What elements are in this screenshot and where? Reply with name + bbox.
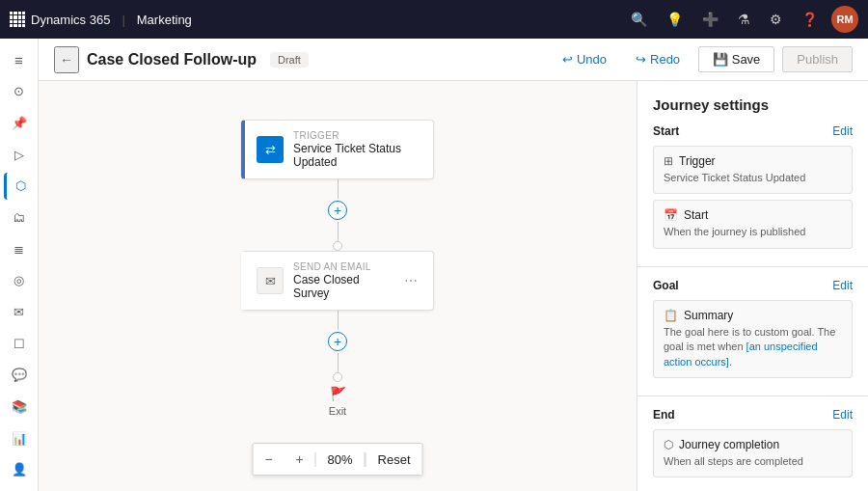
journey-settings-panel: Journey settings Start Edit ⊞ Trigger Se… [637,81,868,491]
publish-button[interactable]: Publish [782,46,853,72]
trigger-card-title: Trigger [679,154,716,168]
search-icon[interactable]: 🔍 [625,8,653,31]
save-icon: 💾 [713,52,732,67]
lightbulb-icon[interactable]: 💡 [661,8,689,31]
sidebar-item-recent[interactable]: ⊙ [4,78,35,106]
email-node[interactable]: ✉ Send an email Case Closed Survey ⋯ [241,251,434,311]
secondary-header: ← Case Closed Follow-up Draft ↩ Undo ↪ R… [39,39,868,81]
start-card-icon: 📅 [664,208,678,222]
trigger-node-label: Trigger [293,130,421,141]
start-edit-link[interactable]: Edit [832,124,853,138]
dynamics-label: Dynamics 365 [31,13,110,27]
zoom-in-button[interactable]: + [285,444,315,475]
trigger-card[interactable]: ⊞ Trigger Service Ticket Status Updated [653,146,853,194]
start-label: Start [653,124,679,138]
trigger-node-icon: ⇄ [257,136,284,163]
goal-section-header: Goal Edit [653,279,853,292]
summary-card-row: 📋 Summary [664,309,842,322]
completion-card-row: ⬡ Journey completion [664,438,842,451]
sidebar-item-contacts[interactable]: 👤 [4,455,35,483]
connector-2: + [328,311,347,382]
connector-circle-2 [333,372,342,382]
start-card[interactable]: 📅 Start When the journey is published [653,200,853,248]
zoom-out-button[interactable]: − [254,444,285,475]
email-node-more-button[interactable]: ⋯ [400,271,421,290]
exit-icon: 🚩 [330,386,346,401]
completion-card[interactable]: ⬡ Journey completion When all steps are … [653,429,853,477]
start-card-row: 📅 Start [664,208,842,222]
connector-line-2 [338,222,339,241]
topbar: Dynamics 365 | Marketing 🔍 💡 ➕ ⚗ ⚙ ❓ RM [0,0,868,39]
divider-1 [637,266,868,267]
save-label: Save [732,52,761,67]
redo-label: Redo [650,52,680,67]
email-node-content: Send an email Case Closed Survey [293,261,391,300]
sidebar-item-analytics[interactable]: 📊 [4,424,35,452]
app-logo[interactable]: Dynamics 365 [10,12,110,27]
filter-icon[interactable]: ⚗ [732,8,756,31]
summary-card-title: Summary [684,309,733,322]
back-button[interactable]: ← [54,46,79,73]
goal-edit-link[interactable]: Edit [832,279,853,292]
end-section-header: End Edit [653,408,853,422]
connector-line-1 [338,179,339,199]
user-avatar[interactable]: RM [831,6,858,33]
page-title: Case Closed Follow-up [87,51,257,68]
zoom-reset-button[interactable]: Reset [366,452,422,467]
connector-line-3 [338,311,339,330]
undo-icon: ↩ [562,52,573,67]
sidebar-item-menu[interactable]: ≡ [4,46,35,74]
trigger-card-text: Service Ticket Status Updated [664,171,842,185]
undo-button[interactable]: ↩ Undo [552,46,617,72]
trigger-node[interactable]: ⇄ Trigger Service Ticket Status Updated [241,120,434,179]
trigger-node-content: Trigger Service Ticket Status Updated [293,130,421,169]
panel-title: Journey settings [637,81,868,124]
app-layout: ≡ ⊙ 📌 ▷ ⬡ 🗂 ≣ ◎ ✉ ☐ 💬 📚 📊 👤 ← Case Close… [0,39,868,491]
connector-1: + [328,179,347,251]
help-icon[interactable]: ❓ [796,8,824,31]
add-step-button-2[interactable]: + [328,332,347,351]
module-label: Marketing [137,13,192,27]
sidebar-item-pinned[interactable]: 📌 [4,109,35,137]
sidebar-item-catalog[interactable]: 🗂 [4,204,35,232]
completion-card-icon: ⬡ [664,438,673,451]
undo-label: Undo [577,52,607,67]
summary-card[interactable]: 📋 Summary The goal here is to custom goa… [653,300,853,378]
end-edit-link[interactable]: Edit [832,408,853,422]
sidebar-item-chat[interactable]: 💬 [4,361,35,389]
start-card-text: When the journey is published [664,225,842,239]
completion-card-text: When all steps are completed [664,454,842,469]
sidebar-item-library[interactable]: 📚 [4,393,35,421]
connector-circle-1 [333,241,342,251]
zoom-bar: − + 80% Reset [253,443,423,476]
add-step-button-1[interactable]: + [328,201,347,220]
sidebar-item-email[interactable]: ✉ [4,298,35,326]
apps-icon [10,12,25,27]
start-card-title: Start [684,208,708,222]
settings-icon[interactable]: ⚙ [764,8,788,31]
sidebar-item-journeys[interactable]: ⬡ [4,173,35,201]
end-label: End [653,408,675,422]
flow-container: ⇄ Trigger Service Ticket Status Updated … [241,120,434,417]
summary-card-icon: 📋 [664,309,678,322]
sidebar-item-list[interactable]: ≣ [4,235,35,263]
exit-node: 🚩 Exit [329,386,346,417]
sidebar-item-segments[interactable]: ◎ [4,266,35,294]
email-node-title: Case Closed Survey [293,273,391,300]
redo-button[interactable]: ↪ Redo [625,46,691,72]
main-area: ← Case Closed Follow-up Draft ↩ Undo ↪ R… [39,39,868,491]
save-button[interactable]: 💾 Save [698,46,774,72]
zoom-level: 80% [315,452,366,467]
sidebar-item-forms[interactable]: ☐ [4,330,35,358]
summary-card-text: The goal here is to custom goal. The goa… [664,325,842,369]
connector-line-4 [338,353,339,372]
plus-icon[interactable]: ➕ [696,8,724,31]
trigger-card-row: ⊞ Trigger [664,154,842,168]
trigger-node-title: Service Ticket Status Updated [293,142,421,169]
canvas-inner[interactable]: ⇄ Trigger Service Ticket Status Updated … [39,81,637,491]
sidebar-item-run[interactable]: ▷ [4,141,35,169]
canvas: ⇄ Trigger Service Ticket Status Updated … [39,81,637,491]
goal-label: Goal [653,279,679,292]
email-node-label: Send an email [293,261,391,272]
summary-text-2: . [729,356,732,368]
